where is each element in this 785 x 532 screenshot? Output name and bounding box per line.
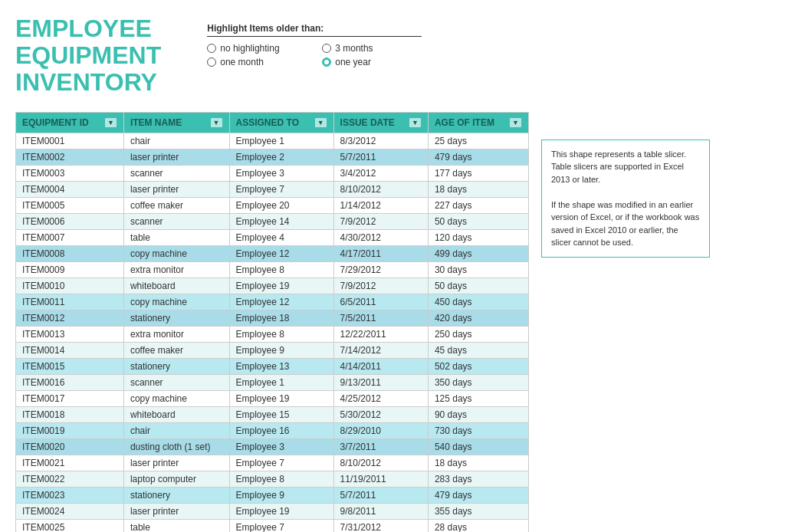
cell-age: 479 days [428,149,528,165]
table-row: ITEM0021laser printerEmployee 78/10/2012… [16,455,529,471]
cell-age: 283 days [428,471,528,487]
cell-id: ITEM0021 [16,455,124,471]
cell-assigned: Employee 2 [229,149,333,165]
cell-item: laser printer [123,181,229,197]
col-assigned-to: ASSIGNED TO ▼ [229,112,333,133]
cell-id: ITEM0018 [16,406,124,422]
cell-date: 1/14/2012 [333,197,428,213]
cell-assigned: Employee 1 [229,133,333,149]
cell-id: ITEM0008 [16,245,124,261]
radio-no-highlighting[interactable]: no highlighting [207,43,307,54]
cell-id: ITEM0022 [16,471,124,487]
cell-item: scanner [123,374,229,390]
cell-date: 5/7/2011 [333,487,428,503]
radio-circle-one-year [322,57,331,67]
radio-circle-one-month [207,57,216,67]
cell-id: ITEM0001 [16,133,124,149]
cell-id: ITEM0024 [16,503,124,519]
table-row: ITEM0023stationeryEmployee 95/7/2011479 … [16,487,529,503]
cell-id: ITEM0007 [16,229,124,245]
title-line3: INVENTORY [15,68,157,96]
table-container: EQUIPMENT ID ▼ ITEM NAME ▼ ASSIGNED TO ▼ [15,112,770,532]
cell-age: 50 days [428,213,528,229]
radio-3-months[interactable]: 3 months [322,43,422,54]
cell-age: 30 days [428,261,528,277]
cell-id: ITEM0020 [16,438,124,455]
cell-age: 355 days [428,503,528,519]
cell-date: 9/13/2011 [333,374,428,390]
cell-age: 730 days [428,422,528,438]
cell-assigned: Employee 9 [229,342,333,358]
cell-assigned: Employee 4 [229,229,333,245]
cell-item: laser printer [123,149,229,165]
cell-age: 540 days [428,438,528,455]
cell-age: 420 days [428,310,528,326]
cell-item: whiteboard [123,277,229,294]
table-row: ITEM0001chairEmployee 18/3/201225 days [16,133,529,149]
cell-date: 8/10/2012 [333,181,428,197]
cell-assigned: Employee 1 [229,374,333,390]
cell-age: 28 days [428,519,528,532]
filter-issue-date[interactable]: ▼ [409,117,422,128]
table-row: ITEM0006scannerEmployee 147/9/201250 day… [16,213,529,229]
radio-label-3-months: 3 months [335,43,373,54]
cell-date: 8/29/2010 [333,422,428,438]
cell-date: 7/5/2011 [333,310,428,326]
table-row: ITEM0010whiteboardEmployee 197/9/201250 … [16,277,529,294]
col-issue-date: ISSUE DATE ▼ [333,112,428,133]
radio-one-month[interactable]: one month [207,57,307,67]
cell-assigned: Employee 18 [229,310,333,326]
cell-assigned: Employee 3 [229,438,333,455]
cell-id: ITEM0006 [16,213,124,229]
radio-circle-3-months [322,44,331,53]
cell-item: table [123,519,229,532]
cell-id: ITEM0025 [16,519,124,532]
cell-item: whiteboard [123,406,229,422]
cell-id: ITEM0012 [16,310,124,326]
cell-item: stationery [123,358,229,374]
cell-date: 7/9/2012 [333,213,428,229]
cell-age: 120 days [428,229,528,245]
cell-item: scanner [123,165,229,181]
cell-assigned: Employee 19 [229,277,333,294]
cell-age: 90 days [428,406,528,422]
cell-item: dusting cloth (1 set) [123,438,229,455]
title-block: EMPLOYEE EQUIPMENT INVENTORY [15,15,161,97]
cell-date: 9/8/2011 [333,503,428,519]
table-row: ITEM0019chairEmployee 168/29/2010730 day… [16,422,529,438]
cell-age: 125 days [428,390,528,406]
cell-assigned: Employee 12 [229,245,333,261]
filter-item-name[interactable]: ▼ [210,117,223,128]
cell-id: ITEM0003 [16,165,124,181]
col-equipment-id: EQUIPMENT ID ▼ [16,112,124,133]
cell-assigned: Employee 3 [229,165,333,181]
cell-date: 7/14/2012 [333,342,428,358]
radio-label-one-year: one year [335,57,371,67]
table-row: ITEM0007tableEmployee 44/30/2012120 days [16,229,529,245]
slicer-box: This shape represents a table slicer. Ta… [541,140,710,258]
filter-equipment-id[interactable]: ▼ [104,117,117,128]
cell-item: coffee maker [123,197,229,213]
table-body: ITEM0001chairEmployee 18/3/201225 daysIT… [16,133,529,532]
filter-assigned-to[interactable]: ▼ [314,117,327,128]
cell-date: 7/31/2012 [333,519,428,532]
filter-age-of-item[interactable]: ▼ [509,117,522,128]
cell-age: 350 days [428,374,528,390]
cell-date: 8/10/2012 [333,455,428,471]
cell-age: 25 days [428,133,528,149]
cell-age: 502 days [428,358,528,374]
cell-id: ITEM0004 [16,181,124,197]
cell-date: 5/30/2012 [333,406,428,422]
cell-id: ITEM0016 [16,374,124,390]
table-row: ITEM0009extra monitorEmployee 87/29/2012… [16,261,529,277]
cell-item: stationery [123,310,229,326]
cell-date: 3/4/2012 [333,165,428,181]
cell-id: ITEM0009 [16,261,124,277]
cell-assigned: Employee 13 [229,358,333,374]
cell-age: 450 days [428,294,528,310]
table-row: ITEM0025tableEmployee 77/31/201228 days [16,519,529,532]
radio-one-year[interactable]: one year [322,57,422,67]
table-row: ITEM0011copy machineEmployee 126/5/20114… [16,294,529,310]
cell-assigned: Employee 19 [229,390,333,406]
cell-assigned: Employee 8 [229,326,333,342]
